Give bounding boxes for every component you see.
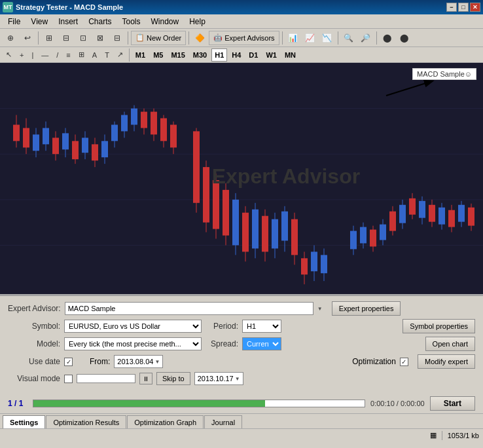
- grid-tool[interactable]: ⊞: [75, 48, 88, 62]
- svg-rect-58: [281, 212, 288, 241]
- text-tool[interactable]: A: [89, 48, 100, 62]
- bottom-tabs: Settings Optimization Results Optimizati…: [0, 413, 483, 428]
- menu-insert[interactable]: Insert: [53, 16, 83, 28]
- toolbar-btn-4[interactable]: ⊟: [58, 31, 74, 45]
- macd-label: MACD Sample☺: [412, 68, 476, 80]
- tb-sep-draw: [129, 48, 130, 62]
- timeframe-m5[interactable]: M5: [150, 48, 166, 62]
- timeframe-d1[interactable]: D1: [245, 48, 261, 62]
- use-date-checkbox[interactable]: [64, 358, 73, 366]
- svg-rect-50: [242, 213, 249, 252]
- toolbar-sep-3: [188, 31, 189, 45]
- timeframe-mn[interactable]: MN: [281, 48, 299, 62]
- modify-expert-button[interactable]: Modify expert: [418, 354, 475, 369]
- close-button[interactable]: ✕: [470, 3, 480, 12]
- timeframe-h4[interactable]: H4: [228, 48, 244, 62]
- toolbar-btn-5[interactable]: ⊡: [75, 31, 91, 45]
- expert-advisors-button[interactable]: 🤖 Expert Advisors: [209, 31, 279, 45]
- optimization-checkbox[interactable]: [400, 358, 408, 366]
- from-date-input[interactable]: 2013.08.04 ▼: [114, 355, 163, 368]
- svg-rect-34: [151, 112, 157, 135]
- progress-bar-fill: [33, 400, 265, 407]
- toolbar-btn-9[interactable]: 📊: [285, 31, 301, 45]
- use-date-label: Use date: [8, 357, 60, 366]
- right-buttons-row1: Expert properties: [332, 301, 401, 316]
- svg-rect-68: [350, 231, 357, 250]
- toolbar-btn-10[interactable]: 📈: [302, 31, 318, 45]
- toolbar-btn-14[interactable]: ⬤: [380, 31, 395, 45]
- timeframe-m1[interactable]: M1: [132, 48, 149, 62]
- ea-dropdown-arrow[interactable]: ▼: [317, 306, 323, 312]
- pause-button[interactable]: ⏸: [139, 373, 152, 384]
- open-chart-button[interactable]: Open chart: [425, 337, 475, 351]
- toolbar-btn-1[interactable]: ⊕: [3, 31, 18, 45]
- model-select[interactable]: Every tick (the most precise meth...: [64, 337, 202, 350]
- crosshair-tool[interactable]: +: [16, 48, 27, 62]
- progress-fraction: 1 / 1: [8, 399, 27, 408]
- new-order-button[interactable]: 📋 New Order: [131, 31, 186, 45]
- hline-tool[interactable]: —: [38, 48, 52, 62]
- optimization-label: Optimization: [352, 357, 396, 366]
- svg-rect-14: [52, 138, 59, 154]
- fib-tool[interactable]: ≡: [63, 48, 73, 62]
- menu-tools[interactable]: Tools: [117, 16, 146, 28]
- svg-rect-64: [311, 252, 317, 271]
- toolbar-sep-5: [338, 31, 338, 45]
- ea-icon: 🤖: [213, 33, 223, 42]
- menu-charts[interactable]: Charts: [83, 16, 116, 28]
- timeframe-m15[interactable]: M15: [168, 48, 188, 62]
- minimize-button[interactable]: −: [446, 3, 457, 12]
- svg-rect-52: [252, 210, 259, 249]
- menu-view[interactable]: View: [26, 16, 53, 28]
- svg-rect-24: [101, 141, 108, 157]
- toolbar-btn-3[interactable]: ⊞: [41, 31, 57, 45]
- draw-line-tool[interactable]: /: [53, 48, 62, 62]
- toolbar-btn-12[interactable]: 🔍: [341, 31, 357, 45]
- tab-optimization-results[interactable]: Optimization Results: [46, 415, 126, 428]
- tab-journal[interactable]: Journal: [204, 415, 242, 428]
- line-tool[interactable]: |: [28, 48, 37, 62]
- svg-rect-40: [193, 131, 200, 202]
- new-order-label: New Order: [147, 34, 181, 42]
- toolbar-btn-13[interactable]: 🔎: [358, 31, 374, 45]
- symbol-properties-button[interactable]: Symbol properties: [402, 319, 475, 333]
- menu-help[interactable]: Help: [184, 16, 211, 28]
- tab-optimization-graph[interactable]: Optimization Graph: [127, 415, 204, 428]
- toolbar-btn-15[interactable]: ⬤: [397, 31, 412, 45]
- expert-properties-button[interactable]: Expert properties: [332, 301, 401, 316]
- spread-label: Spread:: [206, 339, 238, 348]
- chart-icon: ▦: [430, 431, 437, 439]
- toolbar-sep-4: [282, 31, 283, 45]
- text2-tool[interactable]: T: [101, 48, 113, 62]
- toolbar-btn-8[interactable]: 🔶: [192, 31, 207, 45]
- timeframe-h1[interactable]: H1: [211, 48, 227, 62]
- start-button[interactable]: Start: [430, 396, 475, 411]
- menu-file[interactable]: File: [3, 16, 26, 28]
- symbol-select[interactable]: EURUSD, Euro vs US Dollar: [64, 320, 202, 333]
- svg-rect-38: [170, 124, 177, 147]
- from-date-arrow[interactable]: ▼: [154, 359, 160, 365]
- toolbar-btn-11[interactable]: 📉: [319, 31, 335, 45]
- toolbar-btn-7[interactable]: ⊟: [109, 31, 125, 45]
- tab-settings[interactable]: Settings: [3, 415, 45, 428]
- timeframe-w1[interactable]: W1: [262, 48, 280, 62]
- cursor-tool[interactable]: ↖: [3, 48, 15, 62]
- speed-slider[interactable]: [77, 374, 135, 383]
- timeframe-m30[interactable]: M30: [190, 48, 210, 62]
- period-select[interactable]: H1: [242, 320, 281, 333]
- expert-advisor-input[interactable]: [65, 302, 313, 315]
- spread-select[interactable]: Current: [242, 337, 281, 350]
- maximize-button[interactable]: □: [458, 3, 469, 12]
- skip-to-button[interactable]: Skip to: [156, 372, 190, 385]
- visual-mode-checkbox[interactable]: [64, 375, 73, 383]
- arrow-tool[interactable]: ↗: [114, 48, 126, 62]
- skip-to-date-input[interactable]: 2013.10.17 ▼: [194, 372, 243, 385]
- toolbar-btn-6[interactable]: ⊠: [92, 31, 108, 45]
- title-bar-text: Strategy Tester - MACD Sample: [16, 3, 123, 11]
- visual-mode-label: Visual mode: [8, 374, 60, 383]
- ea-label: Expert Advisors: [224, 34, 274, 42]
- chart-area: Expert Advisor MACD Sample☺: [0, 63, 483, 295]
- skip-date-arrow[interactable]: ▼: [235, 376, 240, 382]
- toolbar-btn-2[interactable]: ↩: [20, 31, 35, 45]
- menu-window[interactable]: Window: [146, 16, 185, 28]
